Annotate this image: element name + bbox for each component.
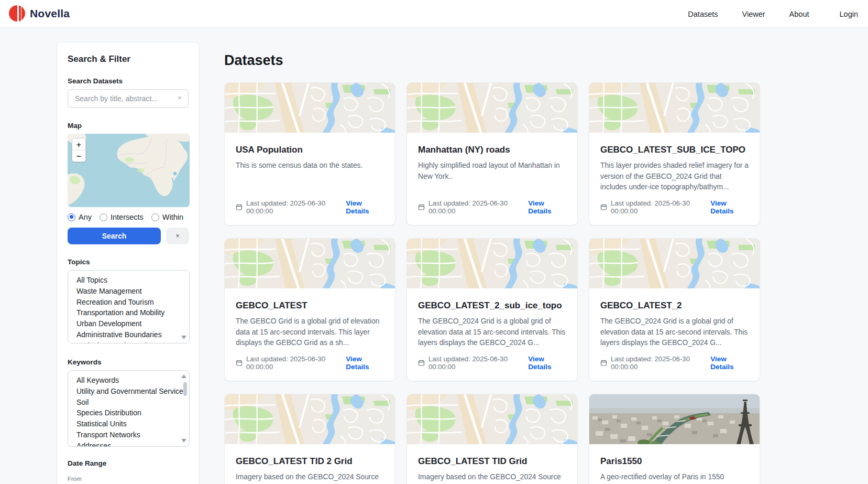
dataset-description: Imagery based on the GEBCO_2024 Source D…: [236, 472, 384, 484]
keyword-option[interactable]: Soil: [76, 397, 189, 408]
dataset-card: GEBCO_LATEST TID 2 Grid Imagery based on…: [224, 394, 395, 484]
dataset-card: GEBCO_LATEST The GEBCO Grid is a global …: [224, 238, 395, 381]
dataset-thumbnail-image: [225, 394, 395, 444]
nav-links: DatasetsViewerAboutLogin: [688, 0, 858, 28]
dataset-thumbnail-image: [407, 83, 578, 133]
map-zoom-control: + −: [72, 138, 86, 162]
radio-within[interactable]: Within: [151, 213, 183, 221]
keyword-option[interactable]: Transport Networks: [76, 429, 189, 440]
dataset-thumbnail-image: [589, 239, 760, 288]
dataset-card: GEBCO_LATEST_2 The GEBCO_2024 Grid is a …: [589, 238, 760, 381]
dataset-card: GEBCO_LATEST_SUB_ICE_TOPO This layer pro…: [589, 82, 760, 225]
zoom-out-button[interactable]: −: [72, 150, 85, 162]
radio-icon: [68, 213, 75, 221]
keywords-scrollbar-thumb[interactable]: [183, 382, 187, 396]
keywords-scroll-up-icon[interactable]: [181, 374, 186, 378]
search-filter-panel: Search & Filter Search Datasets × Map: [57, 42, 200, 484]
radio-icon: [100, 213, 107, 221]
keywords-listbox: All KeywordsUtility and Governmental Ser…: [68, 370, 190, 447]
radio-any[interactable]: Any: [68, 213, 92, 221]
view-details-link[interactable]: View Details: [346, 199, 384, 215]
dataset-card: GEBCO_LATEST_2_sub_ice_topo The GEBCO_20…: [406, 238, 578, 381]
search-input[interactable]: [68, 89, 189, 108]
nav-link-login[interactable]: Login: [840, 10, 858, 18]
last-updated: Last updated: 2025-06-30 00:00:00: [418, 199, 528, 215]
dataset-title: GEBCO_LATEST TID 2 Grid: [236, 456, 384, 467]
last-updated: Last updated: 2025-06-30 00:00:00: [600, 199, 710, 215]
last-updated-text: Last updated: 2025-06-30 00:00:00: [611, 199, 710, 215]
view-details-link[interactable]: View Details: [528, 199, 566, 215]
dataset-title: Paris1550: [600, 456, 749, 467]
spatial-filter-map[interactable]: + −: [68, 134, 190, 207]
dataset-title: GEBCO_LATEST_SUB_ICE_TOPO: [600, 145, 749, 155]
last-updated: Last updated: 2025-06-30 00:00:00: [418, 355, 528, 371]
dataset-title: GEBCO_LATEST_2_sub_ice_topo: [418, 300, 566, 311]
map-label: Map: [68, 122, 189, 130]
dataset-description: The GEBCO_2024 Grid is a global grid of …: [418, 316, 566, 349]
radio-label: Within: [162, 213, 183, 221]
nav-link-viewer[interactable]: Viewer: [742, 10, 765, 18]
topic-option[interactable]: Transportation and Mobility: [76, 307, 189, 318]
topic-option[interactable]: All Topics: [76, 275, 189, 286]
dataset-thumbnail-image: [225, 239, 395, 288]
dataset-thumbnail-image: [589, 394, 760, 444]
keywords-scroll-down-icon[interactable]: [181, 439, 186, 443]
last-updated: Last updated: 2025-06-30 00:00:00: [600, 355, 710, 371]
dataset-description: Imagery based on the GEBCO_2024 Source D…: [418, 472, 566, 484]
radio-intersects[interactable]: Intersects: [100, 213, 144, 221]
topic-option[interactable]: Agriculture and Farming: [76, 340, 189, 343]
panel-title: Search & Filter: [68, 54, 189, 64]
dataset-thumbnail-image: [589, 83, 760, 133]
dataset-title: USA Population: [236, 145, 384, 155]
novella-logo-icon: [9, 5, 25, 21]
last-updated: Last updated: 2025-06-30 00:00:00: [236, 355, 346, 371]
dataset-description: This is some census data on the states.: [236, 160, 384, 171]
view-details-link[interactable]: View Details: [710, 355, 749, 371]
search-button[interactable]: Search: [68, 228, 161, 244]
clear-filters-button[interactable]: ×: [166, 228, 189, 244]
view-details-link[interactable]: View Details: [528, 355, 566, 371]
topics-listbox: All TopicsWaste ManagementRecreation and…: [68, 270, 190, 343]
calendar-icon: [418, 359, 425, 367]
calendar-icon: [600, 359, 607, 367]
last-updated-text: Last updated: 2025-06-30 00:00:00: [611, 355, 710, 371]
top-navbar: Novella DatasetsViewerAboutLogin: [0, 0, 868, 28]
keyword-option[interactable]: Addresses: [76, 440, 189, 447]
calendar-icon: [236, 203, 243, 211]
dataset-card: USA Population This is some census data …: [224, 82, 395, 225]
dataset-card: Paris1550 A geo-rectified overlay of Par…: [589, 394, 760, 484]
topic-option[interactable]: Waste Management: [76, 286, 189, 297]
zoom-in-button[interactable]: +: [72, 138, 85, 150]
view-details-link[interactable]: View Details: [710, 199, 749, 215]
radio-icon: [151, 213, 159, 221]
topic-option[interactable]: Urban Development: [76, 318, 189, 329]
nav-link-about[interactable]: About: [789, 10, 809, 18]
view-details-link[interactable]: View Details: [346, 355, 384, 371]
nav-link-datasets[interactable]: Datasets: [688, 10, 718, 18]
brand[interactable]: Novella: [9, 5, 70, 21]
dataset-title: Manhattan (NY) roads: [418, 145, 566, 155]
dataset-title: GEBCO_LATEST: [236, 300, 384, 311]
dataset-description: Highly simplified road layout of Manhatt…: [418, 160, 566, 182]
last-updated-text: Last updated: 2025-06-30 00:00:00: [246, 199, 346, 215]
search-clear-icon[interactable]: ×: [175, 94, 184, 102]
search-datasets-label: Search Datasets: [68, 77, 189, 85]
keywords-list: All KeywordsUtility and Governmental Ser…: [68, 371, 189, 447]
dataset-description: The GEBCO_2024 Grid is a global grid of …: [600, 316, 749, 349]
dataset-grid: USA Population This is some census data …: [224, 82, 760, 484]
dataset-thumbnail-image: [407, 239, 578, 288]
topics-label: Topics: [68, 258, 189, 266]
topic-option[interactable]: Recreation and Tourism: [76, 297, 189, 308]
keyword-option[interactable]: All Keywords: [76, 375, 189, 386]
last-updated: Last updated: 2025-06-30 00:00:00: [236, 199, 346, 215]
dataset-thumbnail-image: [225, 83, 395, 133]
spatial-mode-radios: AnyIntersectsWithin: [68, 213, 189, 221]
topic-option[interactable]: Administrative Boundaries: [76, 329, 189, 340]
topics-scroll-down-icon[interactable]: [181, 336, 186, 339]
brand-name: Novella: [30, 7, 70, 20]
keyword-option[interactable]: Utility and Governmental Services: [76, 386, 189, 397]
keyword-option[interactable]: Statistical Units: [76, 418, 189, 429]
keyword-option[interactable]: Species Distribution: [76, 407, 189, 418]
dataset-description: A geo-rectified overlay of Paris in 1550: [600, 472, 749, 483]
radio-label: Intersects: [111, 213, 144, 221]
